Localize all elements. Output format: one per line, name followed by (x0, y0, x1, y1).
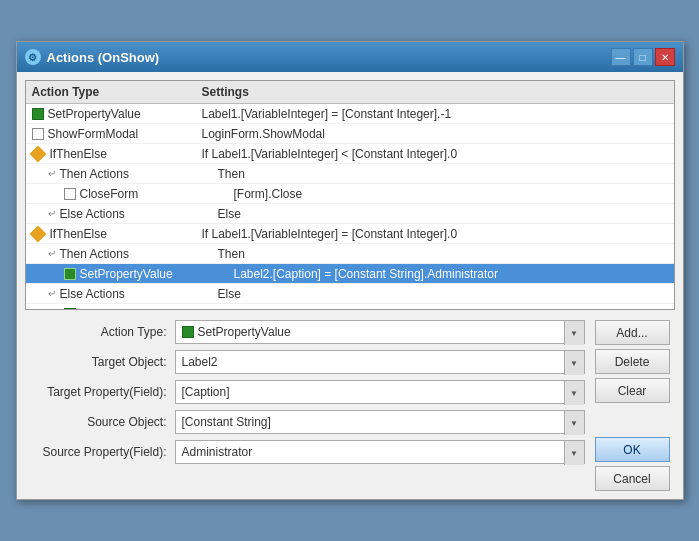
add-button[interactable]: Add... (595, 320, 670, 345)
action-label: IfThenElse (50, 227, 107, 241)
target-property-text: [Caption] (182, 385, 230, 399)
table-row[interactable]: ShowFormModal LoginForm.ShowModal (26, 124, 674, 144)
diamond-icon (29, 145, 46, 162)
action-label: CloseForm (80, 187, 139, 201)
title-bar: ⚙ Actions (OnShow) — □ ✕ (17, 42, 683, 72)
action-label: Then Actions (60, 247, 129, 261)
green-rect-icon (64, 308, 76, 311)
dialog-window: ⚙ Actions (OnShow) — □ ✕ Action Type Set… (16, 41, 684, 500)
header-settings: Settings (202, 85, 668, 99)
header-action-type: Action Type (32, 85, 202, 99)
target-property-control: [Caption] ▼ (175, 380, 585, 404)
row-settings-cell: Label2.[Caption] = [Constant String].Nor… (234, 307, 668, 311)
row-settings-cell: Then (218, 167, 668, 181)
table-row[interactable]: ↵ Then Actions Then (26, 164, 674, 184)
table-header: Action Type Settings (26, 81, 674, 104)
action-label: Else Actions (60, 287, 125, 301)
target-property-label: Target Property(Field): (25, 385, 175, 399)
action-type-label: Action Type: (25, 325, 175, 339)
target-property-value[interactable]: [Caption] ▼ (175, 380, 585, 404)
dropdown-arrow-icon: ▼ (564, 411, 584, 435)
minimize-button[interactable]: — (611, 48, 631, 66)
source-property-value[interactable]: Administrator ▼ (175, 440, 585, 464)
target-property-row: Target Property(Field): [Caption] ▼ (25, 380, 585, 404)
delete-button[interactable]: Delete (595, 349, 670, 374)
row-action-cell: ↵ Then Actions (48, 167, 218, 181)
actions-table: Action Type Settings SetPropertyValue La… (25, 80, 675, 310)
row-action-cell: IfThenElse (32, 227, 202, 241)
dialog-icon: ⚙ (25, 49, 41, 65)
table-row[interactable]: CloseForm [Form].Close (26, 184, 674, 204)
action-label: SetPropertyValue (80, 307, 173, 311)
table-row[interactable]: ↵ Else Actions Else (26, 284, 674, 304)
arrow-icon: ↵ (48, 208, 56, 219)
row-action-cell: ↵ Else Actions (48, 287, 218, 301)
table-body: SetPropertyValue Label1.[VariableInteger… (26, 104, 674, 310)
row-settings-cell: Then (218, 247, 668, 261)
table-row[interactable]: IfThenElse If Label1.[VariableInteger] =… (26, 224, 674, 244)
arrow-icon: ↵ (48, 288, 56, 299)
dropdown-arrow-icon: ▼ (564, 441, 584, 465)
source-property-control: Administrator ▼ (175, 440, 585, 464)
row-settings-cell: Else (218, 287, 668, 301)
table-row[interactable]: SetPropertyValue Label1.[VariableInteger… (26, 104, 674, 124)
form-fields: Action Type: SetPropertyValue ▼ Target O… (25, 320, 595, 491)
source-object-value[interactable]: [Constant String] ▼ (175, 410, 585, 434)
row-settings-cell: Else (218, 207, 668, 221)
target-object-row: Target Object: Label2 ▼ (25, 350, 585, 374)
close-button[interactable]: ✕ (655, 48, 675, 66)
table-row[interactable]: SetPropertyValue Label2.[Caption] = [Con… (26, 304, 674, 310)
target-object-control: Label2 ▼ (175, 350, 585, 374)
table-row[interactable]: ↵ Else Actions Else (26, 204, 674, 224)
row-settings-cell: [Form].Close (234, 187, 668, 201)
target-object-text: Label2 (182, 355, 218, 369)
green-rect-icon (64, 268, 76, 280)
arrow-icon: ↵ (48, 248, 56, 259)
action-type-text: SetPropertyValue (198, 325, 291, 339)
action-label: Then Actions (60, 167, 129, 181)
action-label: ShowFormModal (48, 127, 139, 141)
doc-icon (64, 188, 76, 200)
row-settings-cell: If Label1.[VariableInteger] < [Constant … (202, 147, 668, 161)
green-rect-icon (32, 108, 44, 120)
table-row[interactable]: SetPropertyValue Label2.[Caption] = [Con… (26, 264, 674, 284)
source-object-row: Source Object: [Constant String] ▼ (25, 410, 585, 434)
ok-button[interactable]: OK (595, 437, 670, 462)
row-action-cell: ShowFormModal (32, 127, 202, 141)
source-property-row: Source Property(Field): Administrator ▼ (25, 440, 585, 464)
table-row[interactable]: IfThenElse If Label1.[VariableInteger] <… (26, 144, 674, 164)
row-settings-cell: Label1.[VariableInteger] = [Constant Int… (202, 107, 668, 121)
maximize-button[interactable]: □ (633, 48, 653, 66)
action-label: SetPropertyValue (48, 107, 141, 121)
row-action-cell: CloseForm (64, 187, 234, 201)
title-buttons: — □ ✕ (611, 48, 675, 66)
dropdown-arrow-icon: ▼ (564, 381, 584, 405)
target-object-label: Target Object: (25, 355, 175, 369)
source-object-label: Source Object: (25, 415, 175, 429)
action-type-row: Action Type: SetPropertyValue ▼ (25, 320, 585, 344)
button-panel: Add... Delete Clear OK Cancel (595, 320, 675, 491)
table-row[interactable]: ↵ Then Actions Then (26, 244, 674, 264)
source-property-text: Administrator (182, 445, 253, 459)
clear-button[interactable]: Clear (595, 378, 670, 403)
cancel-button[interactable]: Cancel (595, 466, 670, 491)
action-type-value[interactable]: SetPropertyValue ▼ (175, 320, 585, 344)
row-action-cell: ↵ Else Actions (48, 207, 218, 221)
action-label: Else Actions (60, 207, 125, 221)
source-property-label: Source Property(Field): (25, 445, 175, 459)
row-action-cell: SetPropertyValue (32, 107, 202, 121)
row-settings-cell: Label2.[Caption] = [Constant String].Adm… (234, 267, 668, 281)
source-object-control: [Constant String] ▼ (175, 410, 585, 434)
target-object-value[interactable]: Label2 ▼ (175, 350, 585, 374)
diamond-icon (29, 225, 46, 242)
source-object-text: [Constant String] (182, 415, 271, 429)
row-action-cell: SetPropertyValue (64, 267, 234, 281)
row-settings-cell: If Label1.[VariableInteger] = [Constant … (202, 227, 668, 241)
doc-icon (32, 128, 44, 140)
arrow-icon: ↵ (48, 168, 56, 179)
title-bar-left: ⚙ Actions (OnShow) (25, 49, 160, 65)
dialog-body: Action Type Settings SetPropertyValue La… (17, 72, 683, 499)
row-action-cell: IfThenElse (32, 147, 202, 161)
form-section: Action Type: SetPropertyValue ▼ Target O… (25, 320, 675, 491)
action-type-icon (182, 326, 194, 338)
